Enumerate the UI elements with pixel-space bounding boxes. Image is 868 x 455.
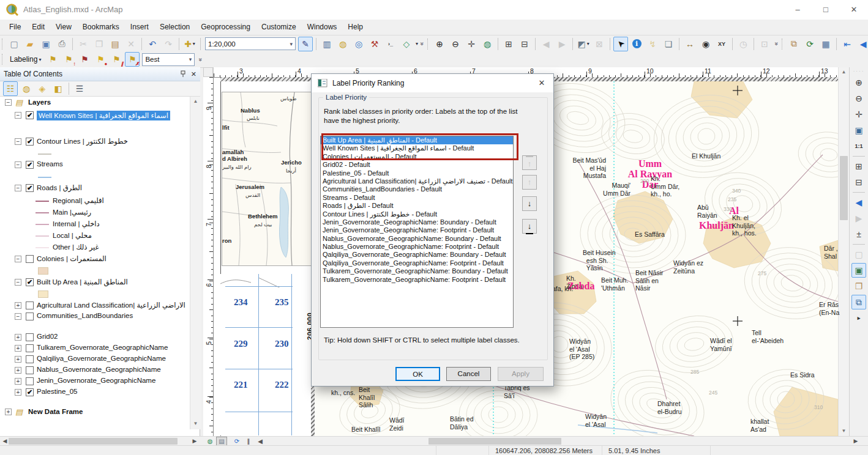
toc-layer-row[interactable]: +Agricultural Land Classification| الارا… [0, 300, 190, 311]
add-data-button[interactable]: ✚▾ [182, 37, 197, 51]
label-priority-list-item[interactable]: Palestine_05 - Default [321, 169, 513, 177]
lock-labels-button[interactable]: ⚑● [93, 52, 108, 67]
modelbuilder-window-button[interactable]: ◇ [399, 37, 414, 51]
label-priority-list-item[interactable]: Tulkarem_Governorate_GeographicName: Foo… [321, 276, 513, 284]
menu-geoprocessing[interactable]: Geoprocessing [195, 20, 256, 35]
label-priority-list-item[interactable]: Streams - Default [321, 194, 513, 202]
label-priority-list-item[interactable]: Communities_LandBoundaries - Default [321, 185, 513, 193]
full-extent-button[interactable]: ◍ [480, 37, 495, 51]
print-button[interactable]: ⎙ [54, 37, 69, 51]
toc-close-icon[interactable]: ✕ [191, 70, 196, 78]
pan-tool[interactable]: ✛ [464, 37, 479, 51]
menu-help[interactable]: Help [342, 20, 369, 35]
toc-layer-row[interactable]: −✔Built Up Area | المناطق المبنية [0, 277, 190, 289]
paste-button[interactable]: ▤ [108, 37, 122, 51]
expand-icon[interactable]: + [15, 378, 21, 385]
menu-selection[interactable]: Selection [154, 20, 195, 35]
go-to-xy-tool[interactable]: XY [714, 37, 729, 51]
ok-button[interactable]: OK [395, 367, 440, 381]
close-button[interactable]: ✕ [840, 0, 868, 20]
collapse-icon[interactable]: − [5, 99, 12, 106]
label-engine-quality-combo[interactable]: Best▾ [142, 53, 195, 66]
expand-icon[interactable]: + [15, 367, 21, 374]
open-file-button[interactable]: ▰ [23, 37, 37, 51]
menu-file[interactable]: File [4, 20, 26, 35]
toc-legend-row[interactable]: Internal | داخلي [0, 219, 190, 231]
expand-icon[interactable]: + [15, 334, 21, 341]
label-weight-ranking-button[interactable]: ⚑ [77, 52, 92, 67]
labeling-toolbar-overflow-button[interactable]: » [197, 56, 204, 63]
layout-zoom-whole-page-button[interactable]: ▣ [851, 123, 866, 138]
layout-fixed-zoom-out-button[interactable]: ⊟ [851, 175, 866, 190]
fixed-zoom-out-button[interactable]: ⊟ [517, 37, 532, 51]
toc-layer-row[interactable]: −✔Roads | الطرق [0, 183, 190, 196]
pause-labeling-button[interactable]: ⚑∥ [109, 52, 124, 67]
layer-visibility-checkbox[interactable] [26, 301, 34, 309]
zoom-out-tool[interactable]: ⊖ [448, 37, 463, 51]
layout-zoom-percent-button[interactable]: ± [851, 227, 866, 242]
map-scroll-up-icon[interactable]: ▲ [839, 69, 849, 75]
layout-pan-button[interactable]: ✛ [851, 107, 866, 122]
search-window-button[interactable]: ◎ [351, 37, 366, 51]
label-priority-list-item[interactable]: Nablus_Governorate_GeographicName: Footp… [321, 243, 513, 251]
tools-toolbar-overflow-button[interactable]: » [773, 40, 780, 48]
zoom-in-tool[interactable]: ⊕ [432, 37, 447, 51]
toc-layer-row[interactable]: +Nablus_Governorate_GeographicName [0, 365, 190, 376]
layer-visibility-checkbox[interactable] [26, 377, 34, 385]
toc-legend-row[interactable]: Other | غير ذلك [0, 242, 190, 254]
toc-options-button[interactable]: ☰ [72, 81, 87, 96]
label-priority-list-item[interactable]: Nablus_Governorate_GeographicName: Bound… [321, 235, 513, 243]
label-manager-button[interactable]: ⚑ [45, 52, 60, 67]
layer-visibility-checkbox[interactable] [26, 313, 34, 320]
toc-legend-row[interactable]: Regional| اقليمي [0, 196, 190, 207]
find-tool[interactable]: ◉ [698, 37, 713, 51]
ddp-first-page-button[interactable]: ⇤ [840, 37, 855, 51]
ddp-page-table-button[interactable]: ▦ [818, 37, 833, 51]
toc-data-frame-row[interactable]: +▤New Data Frame [0, 406, 190, 420]
layer-visibility-checkbox[interactable] [26, 333, 34, 341]
layer-visibility-checkbox[interactable] [26, 344, 34, 352]
toc-layer-row[interactable]: −Communities_LandBoundaries [0, 311, 190, 322]
menu-windows[interactable]: Windows [302, 20, 343, 35]
toc-layer-row[interactable]: +Tulkarem_Governorate_GeographicName [0, 343, 190, 354]
dialog-close-icon[interactable]: ✕ [535, 77, 548, 89]
layer-visibility-checkbox[interactable]: ✔ [26, 278, 34, 286]
expand-icon[interactable]: + [5, 409, 12, 415]
toc-layer-row[interactable]: −✔Contour Lines | خطوط الكنتور [0, 136, 190, 149]
dialog-title-bar[interactable]: Label Priority Ranking [312, 74, 553, 92]
layout-zoom-100-button[interactable]: 1:1 [851, 139, 866, 154]
collapse-icon[interactable]: − [15, 161, 21, 168]
map-scroll-right-icon[interactable]: ▶ [852, 437, 859, 445]
maximize-button[interactable]: □ [812, 0, 840, 20]
label-priority-list-item[interactable]: Qalqiliya_Governorate_GeographicName: Bo… [321, 251, 513, 259]
table-of-contents-window-button[interactable]: ▥ [320, 37, 334, 51]
label-priority-list-item[interactable]: Qalqiliya_Governorate_GeographicName: Fo… [321, 259, 513, 267]
list-by-source-button[interactable]: ◍ [19, 81, 34, 96]
expand-icon[interactable]: + [15, 356, 21, 363]
menu-insert[interactable]: Insert [125, 20, 154, 35]
cancel-button[interactable]: Cancel [446, 367, 491, 381]
fixed-zoom-in-button[interactable]: ⊞ [501, 37, 516, 51]
toc-layer-row[interactable]: −Colonies | المستعمرات [0, 254, 190, 266]
label-priority-list-item[interactable]: Contour Lines | خطوط الكنتور - Default [321, 210, 513, 218]
layer-visibility-checkbox[interactable] [26, 355, 34, 363]
toc-layer-row[interactable]: +Qalqiliya_Governorate_GeographicName [0, 354, 190, 365]
catalog-window-button[interactable]: ◍ [335, 37, 350, 51]
overview-map-frame[interactable]: طوباسNablusنابلسlfitamallah d Albirehرام… [222, 92, 312, 266]
layer-visibility-checkbox[interactable]: ✔ [26, 388, 34, 396]
layer-visibility-checkbox[interactable]: ✔ [26, 138, 34, 146]
pin-icon[interactable] [180, 70, 186, 78]
expand-icon[interactable]: + [15, 389, 21, 396]
map-vertical-scrollbar[interactable]: ▲ ▼ [838, 67, 849, 436]
layer-visibility-checkbox[interactable]: ✔ [26, 111, 34, 119]
menu-bookmarks[interactable]: Bookmarks [77, 20, 125, 35]
list-by-drawing-order-button[interactable]: ☷ [3, 81, 18, 96]
expand-icon[interactable]: + [15, 302, 21, 309]
collapse-icon[interactable]: − [15, 185, 21, 191]
list-by-visibility-button[interactable]: ◈ [35, 81, 50, 96]
layer-visibility-checkbox[interactable] [26, 366, 34, 374]
layer-visibility-checkbox[interactable] [26, 255, 34, 263]
collapse-icon[interactable]: − [15, 256, 21, 262]
labeling-menu-button[interactable]: Labeling▾ [6, 53, 45, 66]
measure-tool[interactable]: ↔ [683, 37, 697, 51]
